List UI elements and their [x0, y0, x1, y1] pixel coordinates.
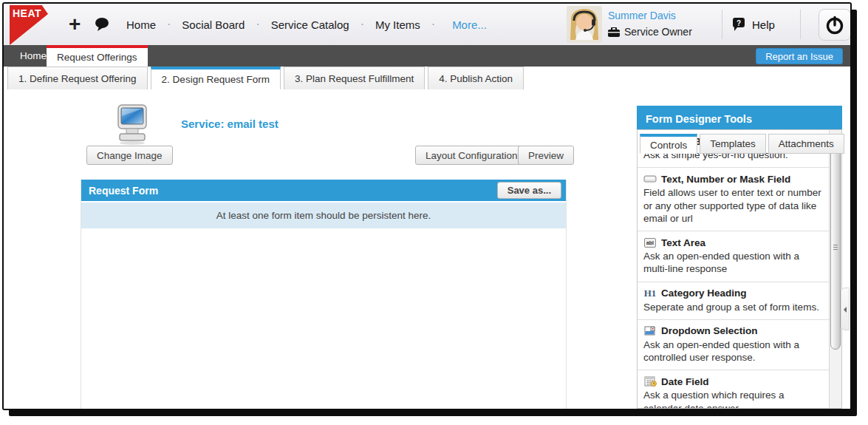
change-image-button[interactable]: Change Image [86, 146, 173, 165]
user-role: Service Owner [608, 26, 692, 38]
header-divider [722, 10, 722, 39]
user-name[interactable]: Summer Davis [608, 10, 692, 21]
user-avatar[interactable] [567, 6, 602, 43]
nav-separator [167, 18, 171, 31]
nav-separator [256, 18, 259, 31]
heat-logo[interactable]: HEAT [10, 5, 48, 45]
h1-heading-icon: H1 [643, 288, 657, 299]
nav-home[interactable]: Home [122, 16, 160, 34]
briefcase-icon [608, 27, 620, 37]
designer-tabs: Controls Templates Attachments [637, 132, 842, 154]
nav-social-board[interactable]: Social Board [177, 16, 249, 34]
avatar-image [567, 6, 602, 43]
control-desc: Ask an open-ended question with a contro… [643, 339, 823, 364]
list-item-text-field[interactable]: Text, Number or Mask Field Field allows … [638, 168, 829, 231]
controls-list: Check Box Ask a simple yes-or-no questio… [637, 129, 842, 409]
help-label: Help [752, 18, 775, 31]
control-desc: Ask an open-ended question with a multi-… [643, 250, 823, 276]
control-desc: Ask a question which requires a calendar… [643, 389, 823, 408]
help-icon: ? [731, 18, 746, 32]
list-item-dropdown-selection[interactable]: Dropdown Selection Ask an open-ended que… [638, 320, 829, 371]
tab-controls[interactable]: Controls [640, 134, 697, 154]
textarea-icon-glyph: abl [644, 238, 656, 248]
nav-my-items[interactable]: My Items [371, 16, 425, 34]
tab-attachments[interactable]: Attachments [768, 134, 844, 154]
nav-more[interactable]: More... [442, 16, 493, 34]
chat-bubble-glyph [94, 17, 112, 32]
tab-design-request-form[interactable]: 2. Design Request Form [151, 67, 281, 89]
power-icon [824, 15, 845, 35]
tab-templates[interactable]: Templates [700, 134, 766, 154]
header-divider [800, 10, 801, 39]
list-item-category-heading[interactable]: H1 Category Heading Seperate and group a… [638, 282, 829, 320]
form-designer-header: Form Designer Tools [637, 106, 842, 132]
service-title: Service: email test [181, 118, 278, 130]
save-as-button[interactable]: Save as... [497, 182, 561, 199]
request-form-title: Request Form [89, 185, 158, 197]
wizard-tab-row: 1. Define Request Offering 2. Design Req… [4, 67, 850, 89]
h1-icon-glyph: H1 [644, 288, 657, 299]
control-desc: Seperate and group a set of form items. [643, 301, 823, 313]
bar-tab-request-offerings[interactable]: Request Offerings [47, 45, 148, 67]
scrollbar-thumb[interactable] [830, 144, 841, 350]
nav-service-catalog[interactable]: Service Catalog [267, 16, 354, 34]
control-title: Dropdown Selection [661, 325, 758, 336]
tab-plan-request-fulfillment[interactable]: 3. Plan Request Fulfillment [284, 67, 425, 89]
control-title: Date Field [661, 376, 709, 387]
controls-scrollbar[interactable] [829, 130, 841, 408]
chat-bubble-icon[interactable] [94, 4, 112, 45]
main-nav: Home Social Board Service Catalog My Ite… [122, 4, 493, 45]
main-content: Service: email test Change Image Layout … [4, 89, 850, 409]
top-header: HEAT + Home Social Board Service Catalog… [4, 4, 850, 45]
control-title: Text, Number or Mask Field [661, 174, 790, 185]
layout-configuration-button[interactable]: Layout Configuration [415, 146, 528, 165]
app-window: HEAT + Home Social Board Service Catalog… [2, 2, 852, 410]
preview-button[interactable]: Preview [518, 146, 574, 165]
panel-collapse-handle[interactable] [841, 288, 850, 330]
textfield-icon [643, 173, 657, 185]
nav-separator [360, 18, 364, 31]
request-form-header: Request Form Save as... [81, 180, 566, 201]
control-title: Text Area [661, 237, 705, 248]
list-item-date-field[interactable]: Date Field Ask a question which requires… [638, 370, 829, 408]
monitor-icon [116, 104, 148, 146]
help-question-glyph: ? [737, 18, 741, 27]
heat-logo-text: HEAT [13, 7, 41, 19]
list-item-text-area[interactable]: abl Text Area Ask an open-ended question… [638, 231, 829, 282]
control-title: Category Heading [661, 288, 747, 299]
nav-separator [431, 18, 435, 31]
user-block: Summer Davis Service Owner [608, 10, 692, 38]
form-placeholder-message: At least one form item should be persist… [81, 201, 566, 228]
add-icon[interactable]: + [69, 4, 81, 45]
breadcrumb-bar: Home Request Offerings Report an Issue [4, 45, 850, 67]
form-drop-area[interactable] [81, 230, 566, 409]
help-button[interactable]: ? Help [731, 4, 775, 45]
calendar-icon [643, 375, 657, 387]
scrollbar-grip [833, 247, 838, 248]
tab-publish-action[interactable]: 4. Publish Action [428, 67, 524, 89]
form-designer-panel: Form Designer Tools Controls Templates A… [637, 106, 842, 409]
user-role-label: Service Owner [624, 26, 692, 38]
controls-list-items: Check Box Ask a simple yes-or-no questio… [638, 130, 829, 408]
textarea-icon: abl [643, 237, 657, 248]
request-form-panel: Request Form Save as... At least one for… [81, 180, 567, 409]
report-an-issue-button[interactable]: Report an Issue [756, 48, 843, 64]
dropdown-icon [643, 325, 657, 337]
control-desc: Field allows user to enter text or numbe… [643, 186, 823, 225]
logout-button[interactable] [819, 9, 851, 41]
service-image [116, 104, 148, 149]
tab-define-request-offering[interactable]: 1. Define Request Offering [7, 67, 148, 89]
